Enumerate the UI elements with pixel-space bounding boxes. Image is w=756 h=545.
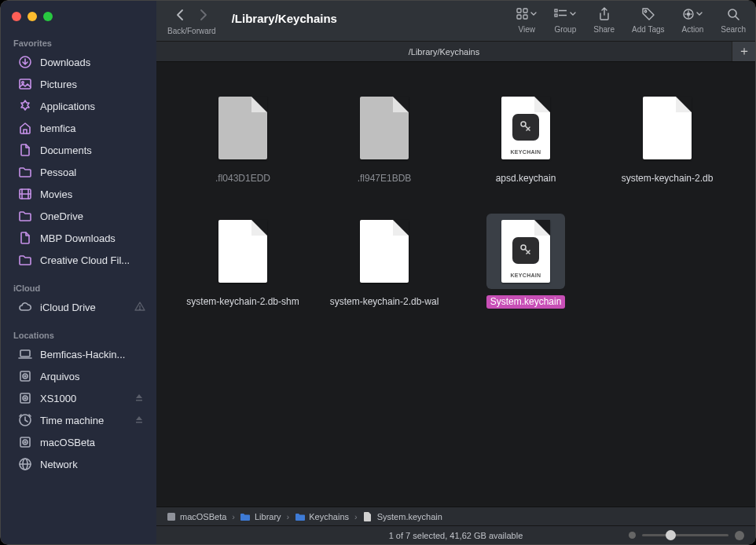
eject-icon[interactable] xyxy=(134,393,145,404)
chevron-right-icon: › xyxy=(229,512,237,521)
path-segment[interactable]: System.keychain xyxy=(363,511,442,521)
tab-keychains[interactable]: /Library/Keychains xyxy=(156,42,732,61)
disk-icon xyxy=(166,511,176,521)
sidebar-item[interactable]: Network xyxy=(1,453,156,475)
path-segment[interactable]: Keychains xyxy=(295,511,349,521)
file-label: system-keychain-2.db xyxy=(618,172,717,185)
svg-point-32 xyxy=(644,10,646,12)
time-icon xyxy=(18,413,32,427)
svg-rect-29 xyxy=(555,14,557,16)
sidebar-item[interactable]: Time machine xyxy=(1,409,156,431)
close-button[interactable] xyxy=(12,12,21,21)
status-text: 1 of 7 selected, 41,62 GB available xyxy=(389,531,523,540)
window-title: /Library/Keychains xyxy=(232,12,512,25)
icon-size-slider[interactable] xyxy=(629,531,744,540)
file-label: apsd.keychain xyxy=(493,172,560,185)
sidebar-item[interactable]: Applications xyxy=(1,95,156,117)
tags-button[interactable]: Add Tags xyxy=(632,5,665,34)
home-icon xyxy=(18,121,32,135)
sidebar-item-label: Network xyxy=(40,459,145,470)
warning-icon xyxy=(134,301,145,314)
download-icon xyxy=(18,55,32,69)
path-bar: macOSBeta›Library›Keychains›System.keych… xyxy=(156,507,755,525)
path-segment[interactable]: macOSBeta xyxy=(166,511,226,521)
tab-bar: /Library/Keychains ＋ xyxy=(156,42,755,62)
sidebar-item-label: Applications xyxy=(40,101,145,112)
doc-icon xyxy=(18,231,32,245)
file-item[interactable]: .fl947E1BDB xyxy=(314,86,455,190)
folder-icon xyxy=(295,511,305,521)
sidebar-item[interactable]: Movies xyxy=(1,183,156,205)
cloud-icon xyxy=(18,300,32,314)
slider-knob[interactable] xyxy=(666,530,676,540)
file-item[interactable]: system-keychain-2.db-wal xyxy=(314,209,455,313)
sidebar: FavoritesDownloadsPicturesApplicationsbe… xyxy=(1,1,156,544)
path-segment-label: Keychains xyxy=(309,512,349,521)
sidebar-item-label: Arquivos xyxy=(40,371,145,382)
document-file-icon xyxy=(345,90,424,166)
path-segment-label: System.keychain xyxy=(377,512,442,521)
file-item[interactable]: .fl043D1EDD xyxy=(172,86,314,190)
svg-rect-28 xyxy=(555,9,557,12)
file-item[interactable]: KEYCHAINSystem.keychain xyxy=(455,209,596,313)
sidebar-item-label: Pessoal xyxy=(40,166,145,178)
sidebar-item[interactable]: Pictures xyxy=(1,73,156,95)
chevron-right-icon: › xyxy=(284,512,292,521)
sidebar-section-label: iCloud xyxy=(1,279,156,296)
file-label: .fl947E1BDB xyxy=(354,172,415,185)
file-item[interactable]: KEYCHAINapsd.keychain xyxy=(455,86,596,190)
document-file-icon xyxy=(204,90,282,166)
share-icon xyxy=(598,5,611,23)
slider-min-icon xyxy=(629,532,636,539)
file-icon xyxy=(363,511,373,521)
tag-icon xyxy=(641,5,655,23)
sidebar-item[interactable]: Downloads xyxy=(1,51,156,73)
svg-rect-25 xyxy=(523,9,527,13)
document-file-icon xyxy=(628,90,706,166)
sidebar-item[interactable]: OneDrive xyxy=(1,205,156,227)
sidebar-item[interactable]: iCloud Drive xyxy=(1,296,156,318)
file-item[interactable]: system-keychain-2.db-shm xyxy=(172,209,314,313)
folder-icon xyxy=(18,209,32,223)
new-tab-button[interactable]: ＋ xyxy=(732,42,755,61)
sidebar-section-label: Locations xyxy=(1,326,156,343)
sidebar-item-label: Movies xyxy=(40,188,145,200)
share-button[interactable]: Share xyxy=(593,5,615,34)
search-button[interactable]: Search xyxy=(721,5,746,34)
file-item[interactable]: system-keychain-2.db xyxy=(596,86,738,190)
group-menu[interactable]: Group xyxy=(554,5,576,34)
sidebar-item[interactable]: macOSBeta xyxy=(1,431,156,453)
action-menu[interactable]: Action xyxy=(682,5,704,34)
chevron-right-icon: › xyxy=(352,512,360,521)
file-browser[interactable]: .fl043D1EDD.fl947E1BDBKEYCHAINapsd.keych… xyxy=(156,62,755,507)
main-pane: Back/Forward /Library/Keychains View Gro… xyxy=(156,1,755,544)
movies-icon xyxy=(18,187,32,201)
sidebar-section-label: Favorites xyxy=(1,34,156,51)
file-label: system-keychain-2.db-wal xyxy=(327,295,442,309)
toolbar: Back/Forward /Library/Keychains View Gro… xyxy=(156,1,755,42)
slider-max-icon xyxy=(735,531,744,540)
zoom-button[interactable] xyxy=(43,12,53,21)
svg-point-16 xyxy=(24,397,26,399)
keychain-file-icon: KEYCHAIN xyxy=(486,90,565,166)
svg-rect-39 xyxy=(167,513,175,521)
sidebar-item[interactable]: XS1000 xyxy=(1,387,156,409)
folder-icon xyxy=(18,165,32,179)
pictures-icon xyxy=(18,77,32,91)
sidebar-item[interactable]: bemfica xyxy=(1,117,156,139)
sidebar-item-label: OneDrive xyxy=(40,210,145,222)
sidebar-item[interactable]: MBP Downloads xyxy=(1,227,156,249)
eject-icon[interactable] xyxy=(134,415,145,426)
forward-button[interactable] xyxy=(199,9,208,24)
sidebar-item[interactable]: Bemficas-Hackin... xyxy=(1,343,156,365)
search-icon xyxy=(727,5,739,23)
path-segment[interactable]: Library xyxy=(240,511,281,521)
sidebar-item[interactable]: Creative Cloud Fil... xyxy=(1,249,156,271)
slider-track[interactable] xyxy=(642,534,728,536)
back-button[interactable] xyxy=(175,9,185,24)
sidebar-item[interactable]: Pessoal xyxy=(1,161,156,183)
minimize-button[interactable] xyxy=(28,12,37,21)
sidebar-item[interactable]: Documents xyxy=(1,139,156,161)
view-menu[interactable]: View xyxy=(516,5,537,34)
sidebar-item[interactable]: Arquivos xyxy=(1,365,156,387)
